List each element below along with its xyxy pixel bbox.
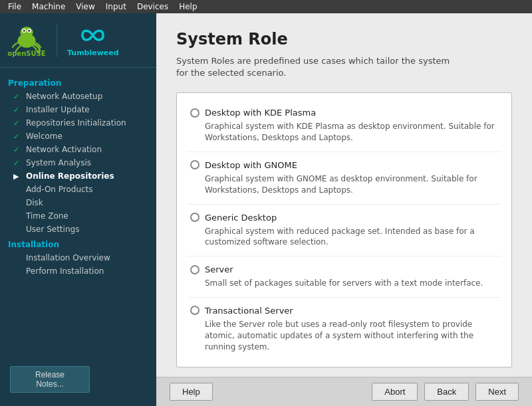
sidebar: openSUSE Tumbleweed Preparation ✓ Networ… <box>0 13 156 406</box>
menu-help[interactable]: Help <box>174 1 202 13</box>
abort-button[interactable]: Abort <box>372 383 418 401</box>
option-server-desc: Small set of packages suitable for serve… <box>190 278 498 289</box>
sidebar-item-installer-update[interactable]: ✓ Installer Update <box>0 103 156 116</box>
radio-transactional[interactable] <box>190 306 200 315</box>
option-transactional-header: Transactional Server <box>190 306 498 316</box>
content-main: System Role System Roles are predefined … <box>156 13 532 377</box>
help-button[interactable]: Help <box>170 383 213 401</box>
sidebar-item-repos-init[interactable]: ✓ Repositories Initialization <box>0 116 156 130</box>
main-container: openSUSE Tumbleweed Preparation ✓ Networ… <box>0 13 532 406</box>
option-generic-header: Generic Desktop <box>190 213 498 223</box>
option-generic[interactable]: Generic Desktop Graphical system with re… <box>187 205 501 257</box>
radio-kde[interactable] <box>190 108 200 118</box>
check-icon: ✓ <box>13 132 23 141</box>
option-server-label: Server <box>205 264 233 274</box>
gecko-icon <box>7 23 47 53</box>
radio-generic[interactable] <box>190 213 200 222</box>
option-kde-desc: Graphical system with KDE Plasma as desk… <box>190 121 498 144</box>
option-transactional[interactable]: Transactional Server Like the Server rol… <box>187 298 501 360</box>
sidebar-item-label: Installer Update <box>26 105 148 114</box>
menu-devices[interactable]: Devices <box>132 1 174 13</box>
sidebar-item-timezone[interactable]: Time Zone <box>0 209 156 223</box>
check-icon: ✓ <box>13 92 23 101</box>
sidebar-item-label: Network Activation <box>26 145 148 154</box>
option-transactional-label: Transactional Server <box>205 306 293 316</box>
opensuse-logo: openSUSE <box>7 23 47 57</box>
sidebar-item-label: Network Autosetup <box>26 92 148 101</box>
radio-gnome[interactable] <box>190 160 200 169</box>
page-title: System Role <box>176 30 512 49</box>
content-area: System Role System Roles are predefined … <box>156 13 532 406</box>
svg-point-5 <box>28 30 30 32</box>
tumbleweed-icon <box>74 24 111 47</box>
sidebar-item-label: Add-On Products <box>26 185 148 194</box>
option-gnome-desc: Graphical system with GNOME as desktop e… <box>190 173 498 196</box>
option-kde-label: Desktop with KDE Plasma <box>205 108 316 118</box>
option-kde-header: Desktop with KDE Plasma <box>190 108 498 118</box>
bottom-right: Abort Back Next <box>372 383 519 401</box>
option-kde[interactable]: Desktop with KDE Plasma Graphical system… <box>187 100 501 152</box>
menu-file[interactable]: File <box>3 1 27 13</box>
check-icon: ✓ <box>13 119 23 128</box>
release-notes-button[interactable]: Release Notes... <box>10 366 90 393</box>
option-gnome[interactable]: Desktop with GNOME Graphical system with… <box>187 152 501 205</box>
opensuse-label: openSUSE <box>7 50 45 57</box>
sidebar-nav: Preparation ✓ Network Autosetup ✓ Instal… <box>0 68 156 359</box>
tumbleweed-label: Tumbleweed <box>67 49 119 57</box>
sidebar-logo: openSUSE Tumbleweed <box>0 13 156 68</box>
option-transactional-desc: Like the Server role but uses a read-onl… <box>190 319 498 352</box>
menu-view[interactable]: View <box>70 1 100 13</box>
check-icon: ✓ <box>13 106 23 114</box>
sidebar-item-user-settings[interactable]: User Settings <box>0 223 156 236</box>
sidebar-item-disk[interactable]: Disk <box>0 196 156 209</box>
sidebar-item-label: Disk <box>26 198 148 207</box>
logo-divider <box>57 24 57 57</box>
option-generic-label: Generic Desktop <box>205 213 277 223</box>
sidebar-item-network-activation[interactable]: ✓ Network Activation <box>0 143 156 156</box>
bottom-left: Help <box>170 383 213 401</box>
check-icon: ✓ <box>13 146 23 154</box>
sidebar-footer: Release Notes... <box>0 359 156 399</box>
option-generic-desc: Graphical system with reduced package se… <box>190 226 498 249</box>
tumbleweed-logo: Tumbleweed <box>67 24 119 57</box>
sidebar-item-online-repos[interactable]: ▶ Online Repositories <box>0 169 156 183</box>
option-gnome-label: Desktop with GNOME <box>205 160 297 170</box>
option-server[interactable]: Server Small set of packages suitable fo… <box>187 256 501 298</box>
svg-point-1 <box>20 27 33 38</box>
options-box: Desktop with KDE Plasma Graphical system… <box>176 92 512 367</box>
back-button[interactable]: Back <box>424 383 469 401</box>
sidebar-item-network-autosetup[interactable]: ✓ Network Autosetup <box>0 90 156 103</box>
check-icon: ✓ <box>13 159 23 167</box>
arrow-icon: ▶ <box>13 172 23 181</box>
sidebar-item-label: Repositories Initialization <box>26 118 148 128</box>
menubar: File Machine View Input Devices Help <box>0 0 532 13</box>
menu-input[interactable]: Input <box>100 1 132 13</box>
sidebar-item-label: Online Repositories <box>26 171 148 181</box>
sidebar-item-label: Welcome <box>26 132 148 141</box>
option-server-header: Server <box>190 264 498 274</box>
sidebar-item-label: Installation Overview <box>26 253 148 262</box>
radio-server[interactable] <box>190 265 200 274</box>
sidebar-item-welcome[interactable]: ✓ Welcome <box>0 130 156 143</box>
option-gnome-header: Desktop with GNOME <box>190 160 498 170</box>
sidebar-item-addon-products[interactable]: Add-On Products <box>0 183 156 196</box>
sidebar-item-perform-installation[interactable]: Perform Installation <box>0 264 156 278</box>
section-installation: Installation <box>0 236 156 251</box>
next-button[interactable]: Next <box>475 383 519 401</box>
menu-machine[interactable]: Machine <box>27 1 70 13</box>
sidebar-item-label: User Settings <box>26 225 148 234</box>
svg-point-4 <box>23 30 25 32</box>
sidebar-item-label: Perform Installation <box>26 266 148 276</box>
sidebar-item-installation-overview[interactable]: Installation Overview <box>0 251 156 264</box>
sidebar-item-label: System Analysis <box>26 158 148 167</box>
sidebar-item-system-analysis[interactable]: ✓ System Analysis <box>0 156 156 169</box>
page-description: System Roles are predefined use cases wh… <box>176 55 512 79</box>
section-preparation: Preparation <box>0 74 156 90</box>
bottom-bar: Help Abort Back Next <box>156 377 532 406</box>
sidebar-item-label: Time Zone <box>26 211 148 221</box>
